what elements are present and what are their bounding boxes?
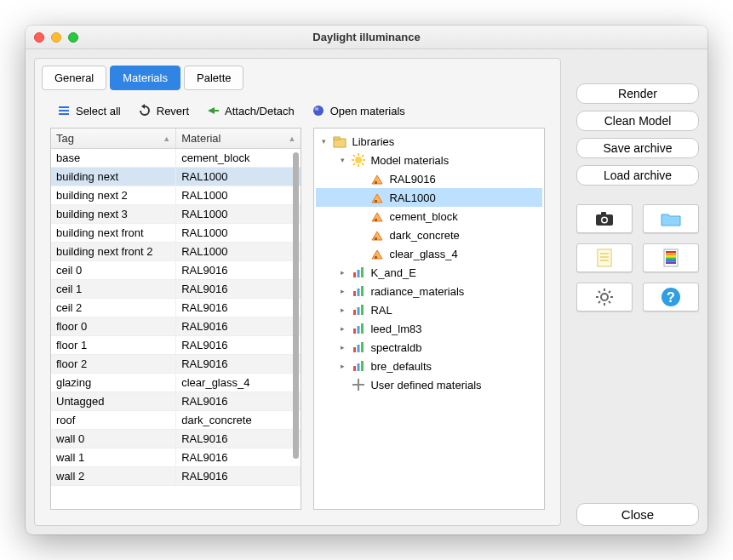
tree-node[interactable]: cement_block (316, 207, 542, 226)
svg-rect-56 (666, 258, 676, 260)
table-row[interactable]: wall 2RAL9016 (51, 467, 301, 486)
svg-rect-24 (353, 272, 356, 277)
content-columns: Tag ▲ Material ▲ basecement_blockbuildin… (42, 128, 553, 518)
folder-button[interactable] (643, 204, 699, 233)
table-row[interactable]: floor 1RAL9016 (51, 336, 301, 355)
menu-icon (57, 104, 71, 117)
table-row[interactable]: wall 0RAL9016 (51, 430, 301, 449)
select-all-button[interactable]: Select all (50, 100, 128, 121)
column-header-tag[interactable]: Tag ▲ (51, 129, 176, 148)
table-row[interactable]: ceil 0RAL9016 (51, 261, 301, 280)
tree-node[interactable]: ▸leed_lm83 (316, 319, 542, 338)
settings-button[interactable] (576, 283, 633, 311)
sphere-icon (312, 104, 325, 117)
svg-rect-32 (361, 305, 364, 315)
gear-icon (595, 288, 614, 306)
scrollbar[interactable] (293, 152, 299, 459)
tab-materials[interactable]: Materials (110, 66, 180, 90)
tree-node[interactable]: ▾Libraries (316, 132, 542, 151)
expand-closed-icon[interactable]: ▸ (338, 306, 346, 314)
tree-label: clear_glass_4 (389, 248, 457, 260)
svg-rect-23 (375, 256, 377, 259)
column-header-material[interactable]: Material ▲ (176, 129, 301, 148)
expand-closed-icon[interactable]: ▸ (338, 287, 346, 295)
attach-detach-button[interactable]: Attach/Detach (199, 100, 301, 121)
render-button[interactable]: Render (576, 83, 699, 104)
camera-button[interactable] (576, 204, 633, 233)
svg-rect-30 (353, 310, 356, 315)
expand-closed-icon[interactable]: ▸ (338, 343, 346, 351)
cell-material: cement_block (176, 149, 301, 167)
open-materials-button[interactable]: Open materials (305, 100, 412, 121)
cell-tag: Untagged (51, 392, 176, 410)
tree-node[interactable]: ▸radiance_materials (316, 282, 542, 300)
tree-label: spectraldb (370, 341, 421, 354)
tree-label: RAL1000 (389, 191, 435, 204)
cell-material: RAL9016 (176, 336, 301, 354)
cell-material: RAL1000 (176, 205, 301, 223)
table-row[interactable]: building nextRAL1000 (51, 168, 301, 186)
expand-closed-icon[interactable]: ▸ (338, 324, 346, 333)
cell-material: RAL9016 (176, 467, 301, 485)
spectrum-button[interactable] (643, 243, 699, 272)
table-row[interactable]: building next front 2RAL1000 (51, 243, 301, 261)
expand-closed-icon[interactable]: ▸ (338, 362, 346, 370)
tab-palette[interactable]: Palette (184, 66, 243, 90)
tree-node[interactable]: ▸spectraldb (316, 338, 542, 357)
svg-point-59 (601, 294, 608, 300)
cell-material: RAL9016 (176, 261, 301, 279)
tree-node[interactable]: ▸RAL (316, 300, 542, 319)
cell-tag: building next front 2 (51, 243, 176, 260)
table-row[interactable]: glazingclear_glass_4 (51, 374, 301, 392)
table-row[interactable]: building next 3RAL1000 (51, 205, 301, 224)
table-row[interactable]: floor 0RAL9016 (51, 317, 301, 336)
svg-rect-40 (358, 363, 360, 371)
tree-node[interactable]: ▸K_and_E (316, 263, 542, 282)
svg-line-15 (353, 155, 355, 157)
tree-node[interactable]: clear_glass_4 (316, 244, 542, 263)
table-row[interactable]: floor 2RAL9016 (51, 355, 301, 374)
svg-rect-34 (358, 326, 360, 334)
save-archive-button[interactable]: Save archive (576, 138, 699, 158)
tree-node[interactable]: RAL1000 (316, 188, 542, 207)
table-row[interactable]: ceil 2RAL9016 (51, 299, 301, 317)
table-body[interactable]: basecement_blockbuilding nextRAL1000buil… (51, 149, 301, 509)
expand-closed-icon[interactable]: ▸ (338, 268, 346, 277)
tab-general[interactable]: General (42, 66, 106, 90)
tree-label: RAL9016 (389, 173, 435, 186)
document-button[interactable] (576, 243, 633, 272)
material-icon (370, 209, 384, 223)
attach-icon (206, 104, 220, 117)
svg-rect-31 (358, 307, 360, 315)
expand-open-icon[interactable]: ▾ (319, 137, 328, 146)
clean-model-button[interactable]: Clean Model (576, 111, 699, 131)
load-archive-button[interactable]: Load archive (576, 165, 699, 186)
cell-material: clear_glass_4 (176, 374, 301, 391)
cell-tag: floor 0 (51, 317, 176, 335)
expand-open-icon[interactable]: ▾ (338, 156, 346, 164)
tree-node[interactable]: ▸bre_defaults (316, 357, 542, 375)
table-row[interactable]: roofdark_concrete (51, 411, 301, 430)
tree-node[interactable]: dark_concrete (316, 226, 542, 244)
svg-rect-33 (353, 329, 356, 334)
table-row[interactable]: UntaggedRAL9016 (51, 392, 301, 411)
close-button[interactable]: Close (576, 503, 699, 526)
table-row[interactable]: ceil 1RAL9016 (51, 280, 301, 299)
table-row[interactable]: wall 1RAL9016 (51, 449, 301, 467)
revert-button[interactable]: Revert (131, 100, 196, 121)
table-row[interactable]: basecement_block (51, 149, 301, 168)
help-button[interactable]: ? (643, 283, 699, 311)
tree-label: cement_block (389, 210, 457, 223)
library-tree[interactable]: ▾Libraries▾Model materialsRAL9016RAL1000… (313, 128, 545, 510)
model-icon (352, 153, 365, 167)
table-row[interactable]: building next frontRAL1000 (51, 224, 301, 243)
table-row[interactable]: building next 2RAL1000 (51, 186, 301, 205)
svg-rect-26 (361, 267, 364, 277)
svg-rect-38 (361, 342, 364, 352)
svg-point-10 (355, 157, 362, 163)
revert-label: Revert (157, 105, 189, 117)
svg-line-66 (598, 301, 600, 303)
tree-node[interactable]: ▾Model materials (316, 151, 542, 169)
tree-node[interactable]: User defined materials (316, 375, 542, 394)
tree-node[interactable]: RAL9016 (316, 169, 542, 188)
